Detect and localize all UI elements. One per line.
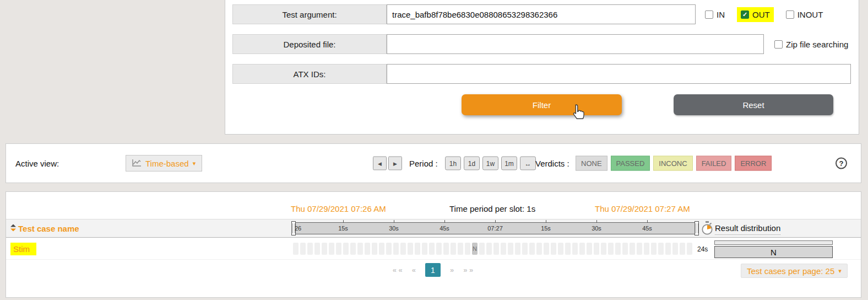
checkbox-in[interactable]: IN xyxy=(705,10,725,19)
slot[interactable] xyxy=(451,243,456,255)
slot[interactable] xyxy=(293,243,299,255)
slot[interactable] xyxy=(486,243,492,255)
per-page-dropdown[interactable]: Test cases per page: 25 ▾ xyxy=(741,264,848,278)
slot[interactable] xyxy=(680,243,685,255)
slot[interactable] xyxy=(458,243,463,255)
page-nav[interactable]: « « xyxy=(393,266,403,274)
slot[interactable] xyxy=(665,243,671,255)
timeline-end-date: Thu 07/29/2021 07:27 AM xyxy=(595,204,690,213)
slot[interactable] xyxy=(350,243,356,255)
page-current[interactable]: 1 xyxy=(425,263,441,277)
slot[interactable] xyxy=(587,243,592,255)
nav-forward-button[interactable]: ▶ xyxy=(388,157,402,170)
slot[interactable] xyxy=(622,243,628,255)
help-icon[interactable]: ? xyxy=(836,158,847,169)
slot[interactable] xyxy=(522,243,528,255)
result-distribution-bar[interactable]: N xyxy=(714,246,833,258)
slot[interactable] xyxy=(601,243,606,255)
slot[interactable] xyxy=(672,243,678,255)
slot[interactable] xyxy=(322,243,327,255)
slot[interactable] xyxy=(336,243,341,255)
sort-icon[interactable] xyxy=(10,224,16,233)
slot-none-verdict[interactable]: N xyxy=(472,243,478,255)
slot[interactable] xyxy=(429,243,435,255)
slot[interactable] xyxy=(379,243,384,255)
test-case-link[interactable]: Stim xyxy=(10,243,36,255)
period-button-1m[interactable]: 1m xyxy=(501,157,517,170)
slot[interactable] xyxy=(515,243,520,255)
atx-ids-input[interactable] xyxy=(387,64,851,84)
timeline-scale[interactable]: 2615s30s45s07:2715s30s45s xyxy=(292,222,698,234)
deposited-file-input[interactable] xyxy=(387,34,764,54)
slot[interactable] xyxy=(637,243,642,255)
tick-label: 07:27 xyxy=(487,225,503,232)
slot[interactable] xyxy=(544,243,549,255)
slot[interactable] xyxy=(365,243,370,255)
slot[interactable] xyxy=(508,243,513,255)
slot[interactable] xyxy=(400,243,406,255)
result-distribution-header[interactable]: Result distribution xyxy=(715,223,780,235)
view-selector-dropdown[interactable]: Time-based ▾ xyxy=(126,155,202,172)
test-case-name-header[interactable]: Test case name xyxy=(10,224,79,233)
page-nav[interactable]: » » xyxy=(463,266,473,274)
slot[interactable] xyxy=(658,243,664,255)
slot[interactable] xyxy=(536,243,542,255)
checkbox-box[interactable] xyxy=(705,10,713,19)
slot[interactable] xyxy=(651,243,657,255)
reset-button[interactable]: Reset xyxy=(674,94,833,115)
slot[interactable] xyxy=(415,243,420,255)
page-nav[interactable]: « xyxy=(412,266,416,274)
slot[interactable] xyxy=(687,243,692,255)
slot[interactable] xyxy=(608,243,614,255)
verdict-badge-error[interactable]: ERROR xyxy=(735,156,772,171)
verdict-badge-inconc[interactable]: INCONC xyxy=(653,156,692,171)
slot[interactable] xyxy=(565,243,571,255)
active-view-label: Active view: xyxy=(15,159,59,168)
checkbox-box[interactable]: ✓ xyxy=(741,10,749,19)
period-button-1d[interactable]: 1d xyxy=(464,157,480,170)
slot[interactable] xyxy=(644,243,649,255)
slot[interactable] xyxy=(493,243,499,255)
slot[interactable] xyxy=(436,243,442,255)
checkbox-zip-file-searching[interactable]: Zip file searching xyxy=(774,34,848,54)
slot[interactable] xyxy=(572,243,578,255)
slot[interactable] xyxy=(386,243,392,255)
verdict-badge-failed[interactable]: FAILED xyxy=(696,156,732,171)
period-button-1w[interactable]: 1w xyxy=(482,157,498,170)
slot[interactable] xyxy=(408,243,413,255)
slot[interactable] xyxy=(551,243,556,255)
stopwatch-icon[interactable] xyxy=(701,221,713,237)
slot[interactable] xyxy=(300,243,306,255)
slot[interactable] xyxy=(594,243,599,255)
slot[interactable] xyxy=(558,243,563,255)
slot[interactable] xyxy=(579,243,585,255)
checkbox-out[interactable]: ✓OUT xyxy=(737,7,774,22)
slot[interactable] xyxy=(357,243,363,255)
checkbox-box[interactable] xyxy=(774,40,783,49)
slot[interactable] xyxy=(465,243,470,255)
slot[interactable] xyxy=(329,243,334,255)
verdict-badge-passed[interactable]: PASSED xyxy=(611,156,650,171)
timeline-right-handle[interactable] xyxy=(695,221,699,235)
slot[interactable] xyxy=(372,243,377,255)
slot[interactable] xyxy=(343,243,349,255)
filter-button[interactable]: Filter xyxy=(462,94,622,115)
test-argument-input[interactable] xyxy=(387,4,696,24)
slot[interactable] xyxy=(630,243,635,255)
checkbox-inout[interactable]: INOUT xyxy=(786,10,823,19)
slot[interactable] xyxy=(422,243,427,255)
nav-back-button[interactable]: ◀ xyxy=(373,157,387,170)
slot[interactable] xyxy=(393,243,399,255)
slot[interactable] xyxy=(307,243,313,255)
verdict-badge-none[interactable]: NONE xyxy=(576,156,607,171)
slot[interactable] xyxy=(529,243,535,255)
page-nav[interactable]: » xyxy=(450,266,454,274)
slot[interactable] xyxy=(615,243,621,255)
slot[interactable] xyxy=(314,243,320,255)
slot[interactable] xyxy=(479,243,485,255)
period-button-1h[interactable]: 1h xyxy=(445,157,461,170)
slot[interactable] xyxy=(501,243,506,255)
slot[interactable] xyxy=(443,243,449,255)
checkbox-box[interactable] xyxy=(786,10,794,19)
period-button-↔[interactable]: ↔ xyxy=(520,157,536,170)
